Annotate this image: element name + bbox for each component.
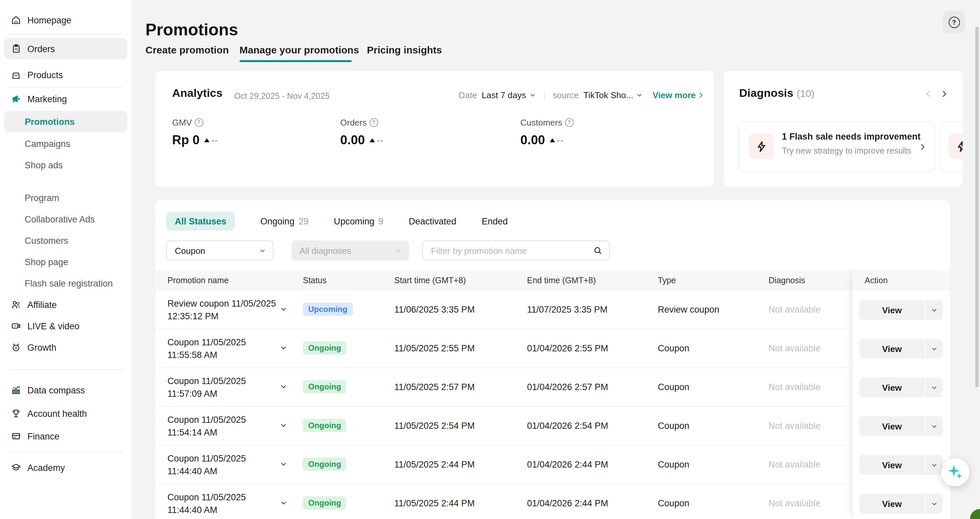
view-button[interactable]: View	[859, 377, 943, 398]
diagnosis-item-card[interactable]: 1 Flash sale needs improvement Try new s…	[738, 121, 935, 172]
date-filter-dropdown[interactable]: Last 7 days	[482, 90, 536, 100]
sidebar-item-academy[interactable]: Academy	[0, 457, 131, 478]
column-header-promotion-name: Promotion name	[167, 270, 229, 291]
status-tab-ended[interactable]: Ended	[482, 216, 508, 226]
tab-create-promotion[interactable]: Create promotion	[145, 44, 229, 56]
view-button-label[interactable]: View	[859, 300, 924, 320]
row-expand-icon[interactable]	[280, 422, 288, 430]
view-button-label[interactable]: View	[859, 377, 924, 398]
ai-assistant-button[interactable]	[941, 458, 969, 486]
search-icon[interactable]	[593, 246, 602, 255]
promotion-search-input[interactable]	[423, 246, 586, 256]
help-button[interactable]: ?	[943, 11, 965, 34]
promotions-page: Homepage Orders Products Marketing Promo…	[0, 0, 980, 519]
view-button[interactable]: View	[859, 493, 943, 514]
status-tab-label: Deactivated	[409, 216, 456, 226]
row-expand-icon[interactable]	[280, 383, 288, 391]
promotion-name: Review coupon 11/05/2025	[167, 299, 276, 308]
metric-label: Orders	[340, 118, 367, 128]
view-button[interactable]: View	[859, 300, 943, 320]
row-expand-icon[interactable]	[280, 460, 288, 468]
sidebar-item-campaigns[interactable]: Campaigns	[0, 133, 131, 154]
view-button-label[interactable]: View	[859, 416, 924, 436]
view-button-dropdown[interactable]	[925, 377, 943, 398]
end-time: 01/04/2026 2:57 PM	[527, 382, 608, 392]
tab-pricing-insights[interactable]: Pricing insights	[367, 44, 442, 56]
type-filter-dropdown[interactable]: Coupon	[166, 241, 274, 260]
diagnosis-value: Not available	[768, 460, 821, 469]
info-icon[interactable]: ?	[194, 118, 203, 127]
diagnosis-item-title: 1 Flash sale needs improvement	[782, 132, 921, 142]
view-more-link[interactable]: View more	[652, 90, 705, 100]
row-expand-icon[interactable]	[280, 344, 288, 352]
sidebar-item-label: Shop ads	[25, 160, 63, 170]
sidebar-item-products[interactable]: Products	[0, 64, 131, 86]
sidebar-item-shop-ads[interactable]: Shop ads	[0, 154, 131, 176]
chevron-down-icon	[259, 247, 266, 254]
sidebar-item-label: Collaborative Ads	[25, 214, 95, 224]
up-arrow-icon	[550, 138, 555, 142]
analytics-title: Analytics	[172, 87, 223, 100]
sidebar-item-affiliate[interactable]: Affiliate	[0, 294, 131, 315]
status-tab-count: 9	[378, 216, 383, 226]
sidebar-item-marketing[interactable]: Marketing	[0, 88, 131, 110]
view-button[interactable]: View	[859, 339, 943, 359]
sidebar-item-live-video[interactable]: LIVE & video	[0, 315, 131, 337]
sidebar-item-account-health[interactable]: Account health	[0, 403, 131, 424]
carousel-prev-icon[interactable]	[924, 89, 932, 98]
table-row: Coupon 11/05/202511:44:40 AM Ongoing 11/…	[156, 446, 950, 484]
status-tab-all[interactable]: All Statuses	[166, 212, 235, 230]
sidebar-item-homepage[interactable]: Homepage	[0, 10, 131, 31]
sidebar-item-orders[interactable]: Orders	[0, 38, 131, 59]
account-health-icon	[11, 408, 21, 419]
tab-manage-your-promotions[interactable]: Manage your promotions	[240, 44, 359, 56]
promotion-type: Coupon	[658, 421, 689, 431]
sidebar-item-collaborative-ads[interactable]: Collaborative Ads	[0, 208, 131, 230]
diagnosis-filter-dropdown[interactable]: All diagnoses	[291, 241, 409, 260]
sidebar-item-data-compass[interactable]: Data compass	[0, 379, 131, 401]
info-icon[interactable]: ?	[565, 118, 574, 127]
info-icon[interactable]: ?	[369, 118, 378, 127]
promotion-name-line2: 11:57:09 AM	[167, 389, 218, 399]
source-filter-dropdown[interactable]: TikTok Sho...	[584, 90, 643, 100]
growth-icon	[11, 342, 21, 353]
status-tab-ongoing[interactable]: Ongoing29	[261, 216, 309, 226]
diagnosis-item-card-next[interactable]	[939, 121, 963, 172]
status-tab-upcoming[interactable]: Upcoming9	[334, 216, 383, 226]
sidebar-item-program[interactable]: Program	[0, 187, 131, 208]
sidebar-divider	[9, 34, 123, 35]
view-button[interactable]: View	[859, 416, 943, 436]
start-time: 11/05/2025 2:44 PM	[394, 498, 475, 508]
carousel-next-icon[interactable]	[940, 89, 949, 98]
status-badge: Ongoing	[303, 341, 347, 355]
up-arrow-icon	[369, 138, 375, 142]
row-expand-icon[interactable]	[280, 305, 288, 313]
view-button-dropdown[interactable]	[925, 416, 943, 436]
promotion-name: Coupon 11/05/2025	[167, 454, 246, 463]
view-more-label: View more	[652, 90, 696, 100]
page-scrollbar[interactable]	[975, 27, 978, 387]
status-tab-deactivated[interactable]: Deactivated	[409, 216, 456, 226]
view-button[interactable]: View	[859, 455, 943, 475]
sidebar-item-growth[interactable]: Growth	[0, 337, 131, 358]
sidebar-item-flash-sale-registration[interactable]: Flash sale registration	[0, 273, 131, 294]
metric-value: 0.00	[340, 133, 365, 148]
chat-bubble-corner[interactable]	[970, 509, 980, 519]
view-button-label[interactable]: View	[859, 339, 924, 359]
action-column: Action View View View View View	[852, 270, 950, 519]
sidebar-item-shop-page[interactable]: Shop page	[0, 251, 131, 273]
sidebar-item-customers[interactable]: Customers	[0, 230, 131, 251]
sidebar-item-finance[interactable]: Finance	[0, 425, 131, 447]
view-button-label[interactable]: View	[859, 455, 924, 475]
view-button-dropdown[interactable]	[925, 455, 943, 475]
view-button-dropdown[interactable]	[925, 300, 943, 320]
column-header-start-time: Start time (GMT+8)	[394, 270, 466, 291]
sidebar-item-promotions[interactable]: Promotions	[0, 111, 131, 132]
view-button-dropdown[interactable]	[925, 493, 943, 514]
flash-sale-tile	[949, 134, 963, 159]
view-button-label[interactable]: View	[859, 493, 924, 514]
row-expand-icon[interactable]	[280, 499, 288, 507]
view-button-dropdown[interactable]	[925, 339, 943, 359]
chevron-down-icon	[930, 306, 938, 314]
status-tab-count: 29	[299, 216, 309, 226]
